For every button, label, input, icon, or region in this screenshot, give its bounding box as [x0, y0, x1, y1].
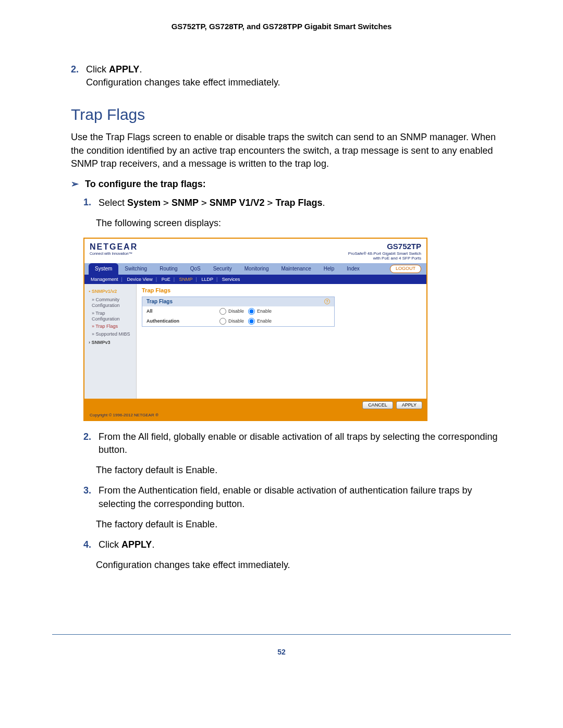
sidebar-item-community[interactable]: » Community Configuration: [84, 296, 136, 310]
row-all-label: All: [146, 309, 219, 314]
step-3b: 3. From the Authentication field, enable…: [83, 484, 511, 510]
step-1b-follow: The following screen displays:: [96, 217, 511, 230]
page-number: 52: [277, 648, 286, 656]
task-heading: ➢ To configure the trap flags:: [71, 178, 511, 191]
step-number: 1.: [83, 196, 96, 209]
product-info: GS752TP ProSafe® 48-Port Gigabit Smart S…: [348, 242, 421, 261]
subtab-snmp[interactable]: SNMP: [179, 277, 193, 282]
ui-footer: CANCEL APPLY: [84, 399, 426, 412]
row-auth-label: Authentication: [146, 318, 219, 324]
section-title: Trap Flags: [71, 104, 511, 126]
subtab-services[interactable]: Services: [222, 277, 240, 282]
brand-block: NETGEAR Connect with Innovation™: [90, 242, 138, 261]
tab-help[interactable]: Help: [317, 263, 341, 275]
product-desc-1: ProSafe® 48-Port Gigabit Smart Switch: [348, 251, 421, 256]
radio-auth-enable[interactable]: [248, 318, 255, 325]
step-number: 3.: [83, 484, 96, 497]
intro-text: Use the Trap Flags screen to enable or d…: [71, 131, 511, 170]
brand-tagline: Connect with Innovation™: [90, 252, 138, 256]
subtab-poe[interactable]: PoE: [162, 277, 170, 282]
step-body: Select System > SNMP > SNMP V1/V2 > Trap…: [99, 196, 510, 209]
ui-body: ▪ SNMPv1/v2 » Community Configuration » …: [84, 284, 426, 399]
tab-routing[interactable]: Routing: [153, 263, 183, 275]
step-3b-follow: The factory default is Enable.: [96, 518, 511, 531]
main-panel: Trap Flags Trap Flags ? All Disable Enab…: [137, 284, 426, 399]
subtab-management[interactable]: Management: [91, 277, 118, 282]
product-model: GS752TP: [348, 242, 421, 251]
step-number: 2.: [71, 63, 83, 76]
panel-head: Trap Flags ?: [142, 297, 334, 306]
step-1b: 1. Select System > SNMP > SNMP V1/V2 > T…: [83, 196, 511, 209]
radio-all-disable[interactable]: [219, 308, 226, 315]
radio-all-enable[interactable]: [248, 308, 255, 315]
sidebar-head-snmpv3[interactable]: › SNMPv3: [84, 338, 136, 347]
sub-tabs: Management| Device View| PoE| SNMP| LLDP…: [84, 275, 426, 285]
cancel-button[interactable]: CANCEL: [362, 401, 393, 409]
step-2: 2. Click APPLY. Configuration changes ta…: [71, 63, 511, 89]
step-number: 4.: [83, 538, 96, 551]
step-body: Click APPLY.: [99, 538, 510, 551]
ui-screenshot: NETGEAR Connect with Innovation™ GS752TP…: [83, 238, 427, 421]
step-4b: 4. Click APPLY.: [83, 538, 511, 551]
doc-header: GS752TP, GS728TP, and GS728TPP Gigabit S…: [52, 21, 511, 32]
brand-logo: NETGEAR: [90, 242, 138, 251]
tab-maintenance[interactable]: Maintenance: [275, 263, 317, 275]
arrow-icon: ➢: [71, 178, 82, 191]
subtab-device-view[interactable]: Device View: [127, 277, 152, 282]
panel-title: Trap Flags: [142, 287, 421, 294]
step-2b-follow: The factory default is Enable.: [96, 464, 511, 477]
ui-copyright: Copyright © 1996-2012 NETGEAR ®: [84, 412, 426, 420]
tab-switching[interactable]: Switching: [118, 263, 153, 275]
sidebar-head-snmpv1v2[interactable]: ▪ SNMPv1/v2: [84, 287, 136, 296]
step-body: Click APPLY. Configuration changes take …: [86, 63, 510, 89]
help-icon[interactable]: ?: [324, 299, 330, 304]
panel-head-label: Trap Flags: [146, 299, 173, 305]
radio-auth-disable[interactable]: [219, 318, 226, 325]
step-4b-follow: Configuration changes take effect immedi…: [96, 559, 511, 572]
tab-qos[interactable]: QoS: [184, 263, 207, 275]
tab-monitoring[interactable]: Monitoring: [238, 263, 275, 275]
step-number: 2.: [83, 430, 96, 443]
tab-index[interactable]: Index: [340, 263, 365, 275]
sidebar: ▪ SNMPv1/v2 » Community Configuration » …: [84, 284, 137, 399]
sidebar-item-trap-config[interactable]: » Trap Configuration: [84, 310, 136, 323]
step-body: From the All field, globally enable or d…: [99, 430, 510, 456]
page-footer: 52: [52, 634, 511, 658]
logout-button[interactable]: LOGOUT: [390, 265, 421, 273]
sidebar-item-supported-mibs[interactable]: » Supported MIBS: [84, 330, 136, 338]
tab-system[interactable]: System: [89, 263, 118, 275]
product-desc-2: with PoE and 4 SFP Ports: [348, 256, 421, 261]
main-tabs: System Switching Routing QoS Security Mo…: [84, 263, 426, 275]
step-2b: 2. From the All field, globally enable o…: [83, 430, 511, 456]
sidebar-item-trap-flags[interactable]: » Trap Flags: [84, 323, 136, 330]
subtab-lldp[interactable]: LLDP: [201, 277, 213, 282]
ui-header: NETGEAR Connect with Innovation™ GS752TP…: [84, 239, 426, 263]
tab-security[interactable]: Security: [207, 263, 238, 275]
apply-button[interactable]: APPLY: [396, 401, 422, 409]
row-authentication: Authentication Disable Enable: [142, 316, 334, 326]
panel-box: Trap Flags ? All Disable Enable Authenti…: [142, 297, 335, 327]
step-body: From the Authentication field, enable or…: [99, 484, 510, 510]
row-all: All Disable Enable: [142, 306, 334, 316]
